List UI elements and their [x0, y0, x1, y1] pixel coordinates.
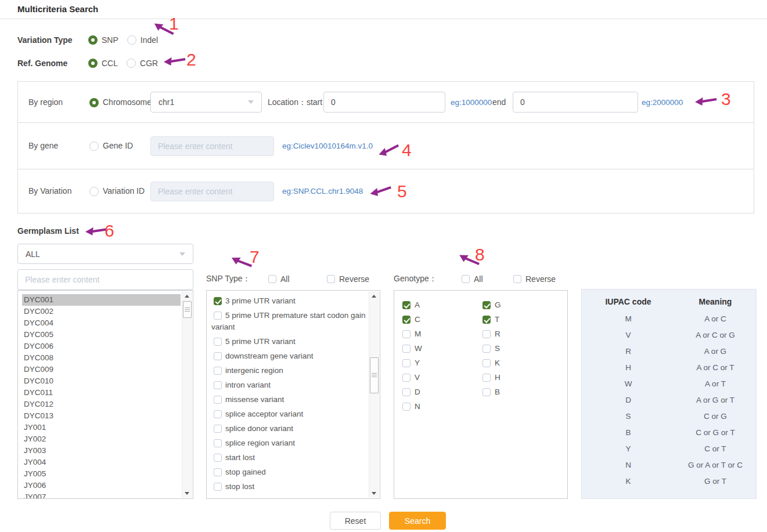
- snp-type-item[interactable]: intergenic region: [207, 365, 380, 379]
- germplasm-item[interactable]: DYC008: [22, 352, 181, 364]
- genotype-option[interactable]: G: [482, 298, 501, 312]
- search-button[interactable]: Search: [389, 512, 446, 530]
- variation-type-option-snp[interactable]: SNP: [88, 35, 118, 45]
- genotype-checkbox[interactable]: [402, 316, 410, 324]
- genotype-checkbox[interactable]: [482, 374, 491, 382]
- snp-type-item[interactable]: intron variant: [207, 379, 380, 394]
- snp-type-checkbox[interactable]: [214, 410, 222, 418]
- genotype-checkbox[interactable]: [402, 345, 410, 353]
- chromosome-select[interactable]: chr1: [150, 92, 262, 113]
- snp-type-checkbox[interactable]: [214, 439, 222, 447]
- chromosome-radio[interactable]: [89, 98, 99, 107]
- snp-type-checkbox[interactable]: [214, 454, 222, 462]
- snp-type-reverse-option[interactable]: Reverse: [327, 274, 369, 284]
- genotype-reverse-checkbox[interactable]: [513, 275, 521, 283]
- genotype-option[interactable]: S: [482, 341, 501, 356]
- snp-radio[interactable]: [88, 35, 98, 45]
- germplasm-item[interactable]: JY002: [22, 433, 181, 445]
- snp-type-all-option[interactable]: All: [268, 274, 290, 284]
- variation-id-radio[interactable]: [89, 187, 99, 196]
- snp-type-item[interactable]: start lost: [207, 452, 380, 466]
- germplasm-item[interactable]: DYC006: [22, 341, 181, 352]
- genotype-option[interactable]: H: [482, 370, 501, 385]
- snp-type-item[interactable]: 3 prime UTR variant: [207, 295, 380, 310]
- germplasm-item[interactable]: DYC012: [22, 399, 181, 410]
- germplasm-item[interactable]: DYC011: [22, 387, 181, 399]
- snp-type-checkbox[interactable]: [214, 297, 222, 305]
- start-position-input[interactable]: [323, 92, 445, 113]
- scroll-up-button[interactable]: [369, 291, 379, 301]
- germplasm-item[interactable]: DYC005: [22, 329, 181, 341]
- scrollbar-thumb[interactable]: [183, 301, 192, 318]
- germplasm-search-input[interactable]: [17, 269, 193, 290]
- snp-reverse-checkbox[interactable]: [327, 275, 335, 283]
- genotype-checkbox[interactable]: [482, 316, 491, 324]
- germplasm-item[interactable]: DYC010: [22, 375, 181, 387]
- genotype-option[interactable]: M: [402, 327, 422, 341]
- scroll-down-button[interactable]: [182, 488, 192, 498]
- germplasm-item[interactable]: DYC001: [22, 294, 181, 306]
- snp-type-checkbox[interactable]: [214, 352, 222, 360]
- ref-genome-option-cgr[interactable]: CGR: [127, 59, 158, 68]
- germplasm-item[interactable]: JY001: [22, 422, 181, 433]
- germplasm-item[interactable]: DYC002: [22, 306, 181, 317]
- germplasm-item[interactable]: JY007: [22, 491, 181, 499]
- genotype-checkbox[interactable]: [482, 345, 491, 353]
- snp-type-checkbox[interactable]: [214, 425, 222, 433]
- genotype-option[interactable]: K: [482, 356, 501, 370]
- germplasm-item[interactable]: JY005: [22, 468, 181, 480]
- genotype-option[interactable]: V: [402, 370, 422, 385]
- snp-type-checkbox[interactable]: [214, 381, 222, 389]
- gene-id-input[interactable]: [150, 136, 274, 156]
- genotype-checkbox[interactable]: [482, 359, 491, 367]
- genotype-checkbox[interactable]: [402, 301, 410, 309]
- ref-genome-option-ccl[interactable]: CCL: [88, 59, 118, 68]
- genotype-checkbox[interactable]: [482, 330, 491, 338]
- genotype-option[interactable]: B: [482, 385, 501, 399]
- snp-type-checkbox[interactable]: [214, 468, 222, 476]
- snp-all-checkbox[interactable]: [268, 275, 276, 283]
- ccl-radio[interactable]: [88, 59, 98, 68]
- end-position-input[interactable]: [513, 92, 638, 113]
- genotype-checkbox[interactable]: [402, 359, 410, 367]
- genotype-all-option[interactable]: All: [462, 274, 483, 284]
- genotype-checkbox[interactable]: [402, 403, 410, 411]
- snp-type-item[interactable]: downstream gene variant: [207, 350, 380, 365]
- genotype-option[interactable]: N: [402, 399, 422, 414]
- snp-type-item[interactable]: stop lost: [207, 481, 380, 495]
- scrollbar-thumb[interactable]: [370, 357, 379, 393]
- snp-type-checkbox[interactable]: [214, 312, 222, 320]
- snp-type-item[interactable]: splice region variant: [207, 437, 380, 452]
- genotype-option[interactable]: W: [402, 341, 422, 356]
- snp-type-item[interactable]: 5 prime UTR premature start codon gain v…: [207, 310, 380, 336]
- snp-type-checkbox[interactable]: [214, 338, 222, 346]
- reset-button[interactable]: Reset: [330, 512, 381, 530]
- snp-type-item[interactable]: 5 prime UTR variant: [207, 336, 380, 350]
- genotype-checkbox[interactable]: [482, 388, 491, 396]
- genotype-reverse-option[interactable]: Reverse: [513, 274, 556, 284]
- snp-type-item[interactable]: splice acceptor variant: [207, 408, 380, 423]
- germplasm-item[interactable]: JY006: [22, 480, 181, 491]
- genotype-option[interactable]: C: [402, 312, 422, 327]
- germplasm-filter-select[interactable]: ALL: [17, 244, 193, 264]
- germplasm-item[interactable]: DYC004: [22, 317, 181, 329]
- snp-type-checkbox[interactable]: [214, 483, 222, 491]
- scroll-down-button[interactable]: [369, 488, 379, 498]
- germplasm-item[interactable]: DYC009: [22, 364, 181, 375]
- genotype-checkbox[interactable]: [402, 330, 410, 338]
- snp-type-checkbox[interactable]: [214, 396, 222, 404]
- genotype-option[interactable]: R: [482, 327, 501, 341]
- variation-id-input[interactable]: [150, 182, 274, 201]
- scroll-up-button[interactable]: [182, 291, 192, 301]
- snp-type-item[interactable]: stop gained: [207, 466, 380, 481]
- genotype-checkbox[interactable]: [482, 301, 491, 309]
- indel-radio[interactable]: [127, 35, 136, 45]
- germplasm-item[interactable]: DYC013: [22, 410, 181, 422]
- snp-type-checkbox[interactable]: [214, 367, 222, 375]
- genotype-checkbox[interactable]: [402, 388, 410, 396]
- genotype-checkbox[interactable]: [402, 374, 410, 382]
- snp-type-item[interactable]: missense variant: [207, 394, 380, 408]
- genotype-option[interactable]: D: [402, 385, 422, 399]
- genotype-option[interactable]: T: [482, 312, 501, 327]
- germplasm-item[interactable]: JY004: [22, 457, 181, 468]
